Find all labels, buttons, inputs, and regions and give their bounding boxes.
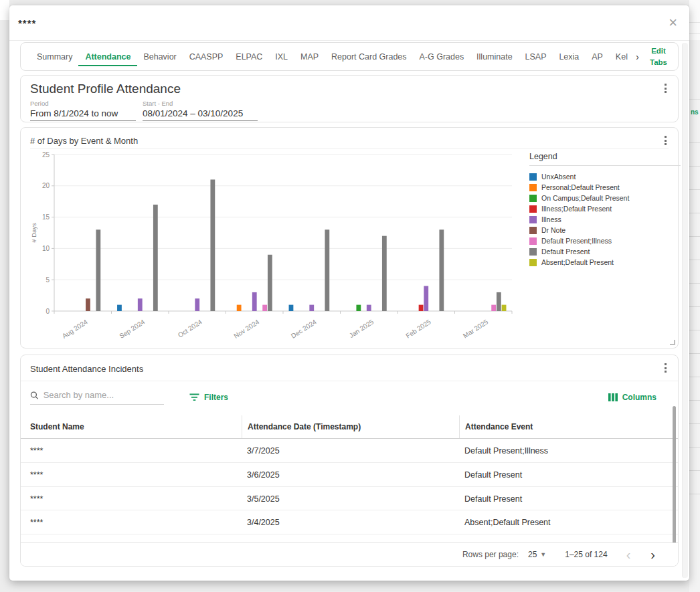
svg-text:5: 5 bbox=[46, 276, 50, 284]
modal-header: **** × bbox=[9, 5, 689, 41]
tab-attendance[interactable]: Attendance bbox=[84, 43, 132, 70]
search-box[interactable] bbox=[30, 390, 164, 405]
legend-item-label: Dr Note bbox=[541, 226, 565, 234]
next-page-icon[interactable]: › bbox=[650, 548, 655, 561]
legend-item-personal-default-present[interactable]: Personal;Default Present bbox=[529, 182, 681, 193]
svg-text:Feb 2025: Feb 2025 bbox=[404, 318, 432, 339]
page-title: Student Profile Attendance bbox=[30, 82, 669, 96]
start-end-field-label: Start - End bbox=[143, 100, 258, 107]
filter-icon bbox=[189, 393, 199, 401]
legend-item-label: Absent;Default Present bbox=[541, 258, 614, 266]
column-header-attendance-event[interactable]: Attendance Event bbox=[459, 415, 678, 438]
background-left-strip bbox=[0, 0, 9, 20]
columns-button-label: Columns bbox=[622, 393, 657, 402]
tab-kel[interactable]: Kel bbox=[614, 43, 629, 70]
table-row[interactable]: ****3/5/2025Default Present bbox=[21, 487, 678, 511]
legend-item-label: Default Present bbox=[541, 248, 590, 256]
legend-item-illness-default-present[interactable]: Illness;Default Present bbox=[529, 203, 681, 214]
table-row[interactable]: ****3/6/2025Default Present bbox=[21, 463, 678, 487]
legend-swatch-icon bbox=[529, 248, 537, 256]
table-scrollbar[interactable] bbox=[673, 406, 676, 564]
columns-icon bbox=[608, 393, 618, 401]
legend-swatch-icon bbox=[529, 237, 537, 245]
legend-item-label: UnxAbsent bbox=[541, 173, 576, 181]
legend-item-on-campus-default-present[interactable]: On Campus;Default Present bbox=[529, 193, 681, 203]
table-body: ****3/7/2025Default Present;Illness****3… bbox=[21, 439, 678, 559]
legend-items: UnxAbsentPersonal;Default PresentOn Camp… bbox=[529, 171, 681, 268]
profile-card-options-menu-icon[interactable] bbox=[661, 82, 670, 94]
background-right-strip: ns bbox=[689, 0, 700, 592]
table-card-header: Student Attendance Incidents bbox=[21, 355, 678, 381]
previous-page-icon[interactable]: ‹ bbox=[626, 548, 631, 561]
tabs-overflow-chevron-icon[interactable]: › bbox=[636, 52, 639, 62]
search-icon bbox=[30, 391, 39, 400]
cell-student-name: **** bbox=[21, 439, 242, 462]
search-input[interactable] bbox=[43, 390, 164, 400]
cell-attendance-event: Default Present bbox=[459, 487, 678, 510]
modal-body: SummaryAttendanceBehaviorCAASPPELPACIXLM… bbox=[9, 41, 689, 567]
legend-title: Legend bbox=[529, 152, 681, 166]
rows-per-page-select[interactable]: 25 ▼ bbox=[528, 550, 546, 559]
tab-a-g-grades[interactable]: A-G Grades bbox=[418, 43, 466, 70]
rows-per-page-label: Rows per page: bbox=[462, 550, 519, 559]
tab-behavior[interactable]: Behavior bbox=[142, 43, 177, 70]
legend-item-label: Personal;Default Present bbox=[541, 183, 620, 191]
filters-button-label: Filters bbox=[204, 393, 228, 402]
svg-text:# Days: # Days bbox=[30, 223, 37, 243]
svg-text:Jan 2025: Jan 2025 bbox=[348, 318, 375, 339]
svg-text:Dec 2024: Dec 2024 bbox=[290, 318, 318, 340]
period-field-label: Period bbox=[30, 100, 136, 107]
legend-item-label: On Campus;Default Present bbox=[541, 194, 629, 202]
legend-item-label: Illness bbox=[541, 215, 561, 223]
legend-item-absent-default-present[interactable]: Absent;Default Present bbox=[529, 257, 681, 268]
tab-elpac[interactable]: ELPAC bbox=[234, 43, 264, 70]
svg-text:0: 0 bbox=[46, 308, 50, 315]
tab-illuminate[interactable]: Illuminate bbox=[475, 43, 514, 70]
student-profile-attendance-card: Student Profile Attendance Period From 8… bbox=[20, 75, 679, 122]
cell-student-name: **** bbox=[21, 487, 242, 510]
svg-text:Mar 2025: Mar 2025 bbox=[462, 318, 490, 339]
tab-map[interactable]: MAP bbox=[299, 43, 320, 70]
chart-card-options-menu-icon[interactable] bbox=[661, 134, 670, 146]
chart-legend: Legend UnxAbsentPersonal;Default Present… bbox=[529, 152, 681, 268]
legend-item-default-present-illness[interactable]: Default Present;Illness bbox=[529, 235, 681, 246]
svg-text:Sep 2024: Sep 2024 bbox=[118, 318, 146, 340]
legend-item-dr-note[interactable]: Dr Note bbox=[529, 225, 681, 235]
start-end-date-input[interactable]: 08/01/2024 – 03/10/2025 bbox=[143, 107, 258, 121]
legend-item-label: Illness;Default Present bbox=[541, 205, 612, 213]
legend-item-default-present[interactable]: Default Present bbox=[529, 246, 681, 257]
tab-lsap[interactable]: LSAP bbox=[524, 43, 548, 70]
legend-item-unxabsent[interactable]: UnxAbsent bbox=[529, 171, 681, 182]
tab-lexia[interactable]: Lexia bbox=[557, 43, 580, 70]
legend-swatch-icon bbox=[529, 195, 537, 202]
tab-ixl[interactable]: IXL bbox=[274, 43, 289, 70]
resize-handle-icon[interactable] bbox=[670, 340, 675, 345]
svg-text:Nov 2024: Nov 2024 bbox=[232, 318, 260, 340]
column-header-student-name[interactable]: Student Name bbox=[21, 415, 242, 438]
svg-text:Oct 2024: Oct 2024 bbox=[177, 318, 203, 339]
table-card-options-menu-icon[interactable] bbox=[661, 362, 670, 374]
close-icon[interactable]: × bbox=[669, 16, 677, 29]
tab-caaspp[interactable]: CAASPP bbox=[188, 43, 225, 70]
svg-text:20: 20 bbox=[42, 182, 50, 189]
table-row[interactable]: ****3/4/2025Absent;Default Present bbox=[21, 510, 678, 534]
legend-swatch-icon bbox=[529, 216, 537, 223]
tab-summary[interactable]: Summary bbox=[35, 43, 74, 70]
legend-item-illness[interactable]: Illness bbox=[529, 214, 681, 225]
filters-button[interactable]: Filters bbox=[189, 393, 228, 402]
svg-text:25: 25 bbox=[42, 151, 50, 159]
edit-tabs-button[interactable]: Edit Tabs bbox=[648, 45, 669, 68]
tab-report-card-grades[interactable]: Report Card Grades bbox=[330, 43, 408, 70]
period-select[interactable]: From 8/1/2024 to now bbox=[30, 107, 136, 121]
cell-attendance-event: Default Present;Illness bbox=[459, 439, 678, 462]
days-by-event-month-card: # of Days by Event & Month 0510152025Aug… bbox=[20, 127, 679, 349]
legend-swatch-icon bbox=[529, 173, 537, 181]
cell-attendance-event: Default Present bbox=[459, 463, 678, 486]
table-row[interactable]: ****3/7/2025Default Present;Illness bbox=[21, 439, 678, 463]
tab-ap[interactable]: AP bbox=[590, 43, 604, 70]
background-header-fragment bbox=[689, 0, 700, 40]
bar-chart: 0510152025Aug 2024Sep 2024Oct 2024Nov 20… bbox=[30, 151, 517, 346]
cell-student-name: **** bbox=[21, 510, 242, 534]
column-header-attendance-date[interactable]: Attendance Date (Timestamp) bbox=[242, 415, 459, 438]
columns-button[interactable]: Columns bbox=[608, 393, 657, 402]
